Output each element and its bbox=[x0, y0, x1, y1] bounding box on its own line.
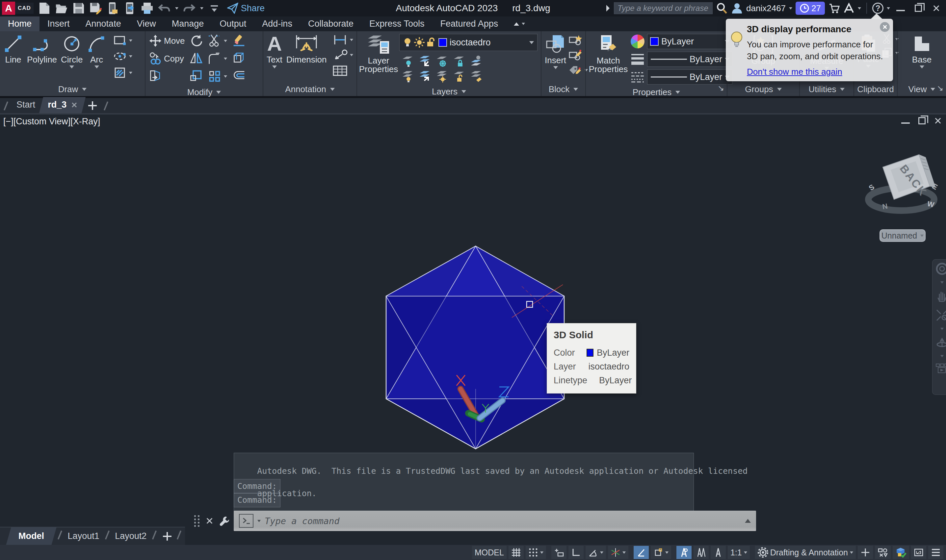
navbar-orbit-caret[interactable] bbox=[940, 355, 944, 357]
notification-close-button[interactable] bbox=[880, 22, 890, 32]
user-avatar-icon[interactable] bbox=[731, 2, 743, 14]
rectangle-dropdown-caret[interactable] bbox=[129, 40, 133, 42]
named-view-pill[interactable]: Unnamed bbox=[880, 229, 926, 242]
layout1-tab[interactable]: Layout1 bbox=[66, 531, 102, 541]
annotation-panel-label[interactable]: Annotation bbox=[263, 82, 356, 96]
layer-freeze-wheel-icon[interactable] bbox=[436, 55, 448, 68]
stretch-tool[interactable] bbox=[149, 69, 185, 83]
clean-screen-button[interactable] bbox=[911, 546, 926, 559]
layer-set-current-icon[interactable] bbox=[418, 55, 431, 68]
properties-panel-label[interactable]: Properties ↘ bbox=[586, 87, 727, 97]
scale-tool[interactable] bbox=[190, 69, 203, 83]
table-tool[interactable] bbox=[332, 64, 353, 77]
gizmo-toggle[interactable] bbox=[711, 546, 726, 559]
annotation-scale-control[interactable]: 1:1 bbox=[728, 546, 750, 559]
viewport-view-control[interactable]: [Custom View] bbox=[14, 117, 71, 127]
zoom-extents-icon[interactable] bbox=[935, 309, 946, 322]
navbar-zoom-caret[interactable] bbox=[940, 328, 944, 330]
view-launcher-icon[interactable]: ↘ bbox=[937, 83, 943, 93]
tab-output[interactable]: Output bbox=[212, 17, 254, 31]
username[interactable]: danix2467 bbox=[746, 3, 786, 14]
linear-dimension-caret[interactable] bbox=[350, 39, 353, 41]
osnap-2d-caret[interactable] bbox=[665, 551, 669, 554]
tab-insert[interactable]: Insert bbox=[40, 17, 78, 31]
dynamic-input-toggle[interactable] bbox=[552, 546, 567, 559]
cart-icon[interactable] bbox=[828, 2, 840, 14]
explode-tool[interactable] bbox=[232, 51, 246, 66]
match-properties-button[interactable]: MatchProperties bbox=[589, 34, 627, 73]
create-block-icon[interactable] bbox=[568, 34, 582, 46]
customize-quick-access-button[interactable] bbox=[208, 2, 220, 15]
mirror-tool[interactable] bbox=[190, 51, 203, 66]
move-tool[interactable]: Move bbox=[149, 34, 185, 48]
redo-dropdown-caret[interactable] bbox=[200, 7, 203, 9]
search-collapse-arrow-icon[interactable] bbox=[606, 4, 610, 12]
draw-panel-label[interactable]: Draw bbox=[0, 83, 145, 96]
command-drag-handle[interactable] bbox=[194, 515, 200, 527]
circle-dropdown-caret[interactable] bbox=[69, 66, 74, 68]
ribbon-display-toggle[interactable] bbox=[510, 17, 528, 31]
copy-tool[interactable]: Copy bbox=[149, 52, 185, 65]
icosahedron-3d-solid[interactable] bbox=[384, 243, 568, 451]
ellipse-dropdown-caret[interactable] bbox=[129, 55, 133, 58]
tab-manage[interactable]: Manage bbox=[164, 17, 212, 31]
dont-show-again-link[interactable]: Don't show me this again bbox=[747, 67, 842, 77]
text-tool[interactable]: A Text bbox=[267, 34, 282, 68]
tab-annotate[interactable]: Annotate bbox=[78, 17, 129, 31]
layer-match-icon[interactable] bbox=[418, 70, 431, 83]
layer-dropdown-caret[interactable] bbox=[529, 41, 534, 44]
offset-tool[interactable] bbox=[232, 69, 246, 83]
workspace-switching-control[interactable]: Drafting & Annotation bbox=[755, 546, 856, 559]
arc-dropdown-caret[interactable] bbox=[94, 66, 99, 68]
rectangle-tool[interactable] bbox=[112, 34, 133, 47]
command-input[interactable] bbox=[265, 516, 741, 526]
share-button[interactable]: Share bbox=[227, 3, 265, 14]
erase-tool[interactable] bbox=[232, 34, 246, 48]
layer-thaw-icon[interactable] bbox=[436, 70, 448, 83]
command-prompt-icon[interactable] bbox=[239, 514, 253, 528]
hatch-dropdown-caret[interactable] bbox=[129, 72, 133, 74]
navigation-bar[interactable] bbox=[932, 259, 946, 395]
autocad-app-icon[interactable]: A CAD bbox=[2, 2, 34, 15]
hatch-tool[interactable] bbox=[112, 66, 133, 80]
doc-restore-button[interactable] bbox=[918, 117, 926, 125]
layer-unlock-icon[interactable] bbox=[425, 37, 436, 48]
line-tool[interactable]: Line bbox=[3, 34, 23, 64]
doc-close-button[interactable] bbox=[934, 117, 941, 125]
arc-tool[interactable]: Arc bbox=[87, 34, 107, 68]
compass-n-label[interactable]: N bbox=[882, 202, 888, 211]
undo-button[interactable] bbox=[158, 2, 171, 15]
layer-color-swatch[interactable] bbox=[438, 38, 447, 47]
leader-tool[interactable] bbox=[332, 49, 353, 61]
pan-hand-icon[interactable] bbox=[935, 289, 946, 303]
layer-on-bulb-icon[interactable] bbox=[402, 37, 413, 48]
trim-dropdown-caret[interactable] bbox=[224, 40, 227, 42]
linetype-dropdown[interactable]: ByLayer bbox=[647, 69, 732, 85]
isodraft-caret[interactable] bbox=[622, 551, 626, 554]
minimize-window-button[interactable] bbox=[893, 2, 908, 15]
tab-view[interactable]: View bbox=[129, 17, 164, 31]
open-file-button[interactable] bbox=[55, 2, 68, 15]
infocenter-timer-badge[interactable]: 27 bbox=[796, 2, 825, 15]
view-panel-label[interactable]: View ↘ bbox=[898, 82, 946, 96]
help-icon[interactable]: ? bbox=[872, 3, 883, 14]
viewcube[interactable]: S E W N BACK bbox=[863, 148, 941, 236]
autosnap-tracking-toggle[interactable] bbox=[634, 546, 649, 559]
open-from-web-mobile-button[interactable] bbox=[107, 2, 119, 15]
tab-express-tools[interactable]: Express Tools bbox=[361, 17, 433, 31]
autodesk-logo-icon[interactable] bbox=[843, 3, 855, 14]
tab-featured-apps[interactable]: Featured Apps bbox=[433, 17, 506, 31]
tab-collaborate[interactable]: Collaborate bbox=[300, 17, 361, 31]
orbit-icon[interactable] bbox=[935, 336, 946, 349]
model-space-toggle[interactable]: MODEL bbox=[472, 546, 507, 559]
isodraft-toggle[interactable] bbox=[608, 546, 629, 559]
polyline-tool[interactable]: Polyline bbox=[27, 34, 57, 64]
navigation-wheel-icon[interactable] bbox=[935, 262, 946, 275]
isolate-objects-button[interactable] bbox=[875, 546, 891, 559]
polar-caret[interactable] bbox=[600, 551, 603, 554]
command-expand-icon[interactable] bbox=[745, 519, 751, 523]
layer-paint-icon[interactable] bbox=[470, 70, 483, 83]
navbar-wheel-caret[interactable] bbox=[940, 281, 944, 284]
block-panel-label[interactable]: Block bbox=[541, 82, 585, 96]
drawing-canvas[interactable]: [−] [Custom View] [X-Ray] S E W N BACK U… bbox=[0, 114, 946, 545]
